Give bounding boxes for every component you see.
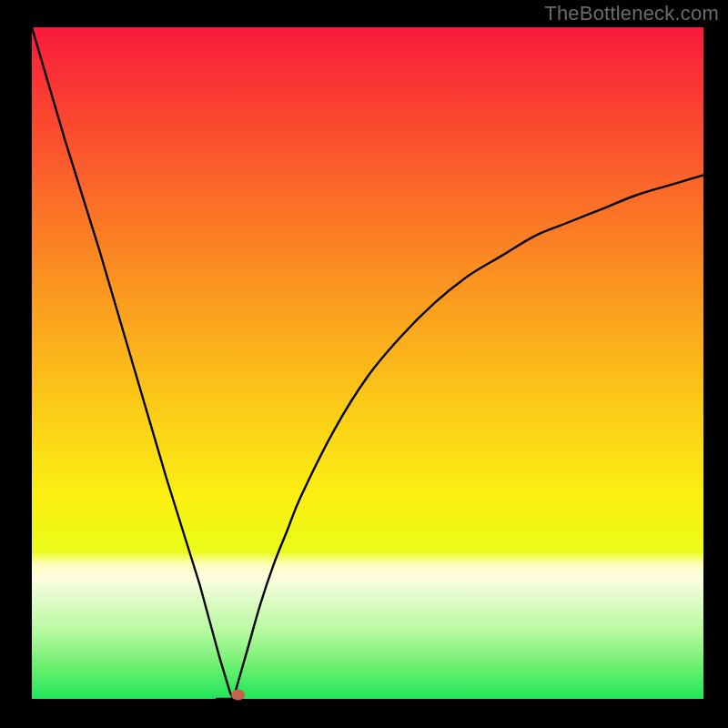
watermark-label: TheBottleneck.com bbox=[544, 2, 719, 25]
chart-stage: TheBottleneck.com bbox=[0, 0, 728, 728]
minimum-marker-icon bbox=[231, 690, 245, 701]
bottleneck-chart bbox=[0, 0, 728, 728]
